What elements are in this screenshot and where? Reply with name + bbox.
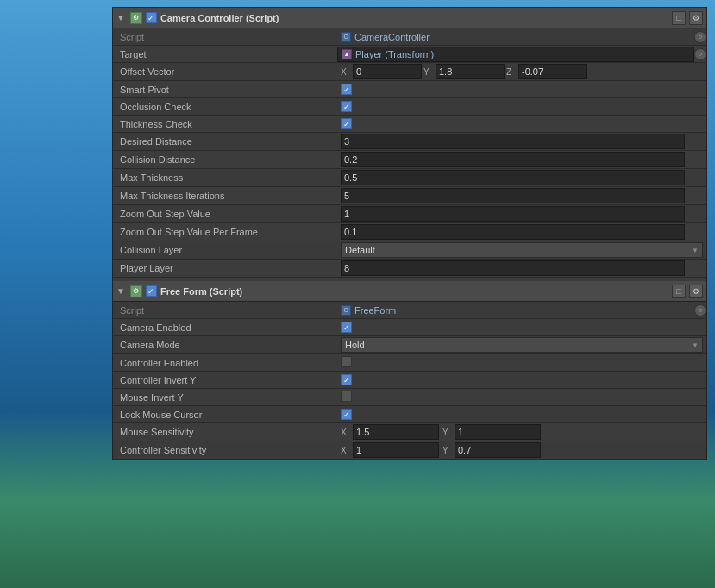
smart-pivot-value: ✓ bbox=[337, 83, 706, 97]
controller-sensitivity-row: Controller Sensitivity X Y bbox=[113, 441, 706, 460]
mouse-sensitivity-label: Mouse Sensitivity bbox=[113, 425, 337, 439]
settings-icon-btn[interactable]: ⚙ bbox=[689, 11, 703, 25]
zoom-out-per-frame-input[interactable] bbox=[341, 224, 685, 240]
target-field[interactable]: ▲ Player (Transform) bbox=[337, 47, 694, 62]
smart-pivot-row: Smart Pivot ✓ bbox=[113, 81, 706, 98]
offset-z-input[interactable] bbox=[518, 64, 587, 79]
max-thickness-iter-input[interactable] bbox=[341, 188, 685, 203]
free-form-script-circle-btn[interactable]: ○ bbox=[694, 304, 706, 316]
collision-distance-value bbox=[337, 151, 706, 168]
free-form-component: ▼ ⚙ ✓ Free Form (Script) □ ⚙ Script C Fr… bbox=[113, 281, 706, 460]
free-form-component-icon: ⚙ bbox=[130, 285, 142, 297]
controller-invert-y-row: Controller Invert Y ✓ bbox=[113, 372, 706, 389]
target-value: Player (Transform) bbox=[355, 49, 434, 59]
offset-vector-value: X Y Z bbox=[337, 63, 706, 80]
mouse-invert-y-checkbox[interactable] bbox=[341, 391, 352, 402]
reference-icon-btn[interactable]: □ bbox=[672, 11, 686, 25]
collision-layer-dropdown[interactable]: Default ▼ bbox=[341, 242, 703, 258]
camera-mode-dropdown[interactable]: Hold ▼ bbox=[341, 337, 703, 353]
camera-mode-row: Camera Mode Hold ▼ bbox=[113, 336, 706, 354]
free-form-enabled-checkbox[interactable]: ✓ bbox=[146, 285, 157, 297]
max-thickness-iter-row: Max Thickness Iterations bbox=[113, 187, 706, 205]
controller-invert-y-label: Controller Invert Y bbox=[113, 373, 337, 387]
component-icon: ⚙ bbox=[130, 12, 142, 24]
zoom-out-step-label: Zoom Out Step Value bbox=[113, 207, 337, 221]
controller-sensitivity-x-label: X bbox=[341, 446, 351, 455]
controller-sensitivity-y-label: Y bbox=[442, 446, 453, 455]
desired-distance-input[interactable] bbox=[341, 134, 685, 149]
inspector-panel: ▼ ⚙ ✓ Camera Controller (Script) □ ⚙ Scr… bbox=[112, 7, 707, 460]
zoom-out-per-frame-row: Zoom Out Step Value Per Frame bbox=[113, 223, 706, 241]
script-circle-btn[interactable]: ○ bbox=[694, 31, 706, 43]
camera-controller-header: ▼ ⚙ ✓ Camera Controller (Script) □ ⚙ bbox=[113, 8, 706, 28]
camera-controller-component: ▼ ⚙ ✓ Camera Controller (Script) □ ⚙ Scr… bbox=[113, 8, 706, 278]
free-form-script-label: Script bbox=[113, 303, 337, 317]
collapse-triangle[interactable]: ▼ bbox=[116, 13, 125, 22]
header-icons: □ ⚙ bbox=[672, 11, 703, 25]
controller-enabled-value bbox=[337, 355, 706, 370]
mouse-invert-y-row: Mouse Invert Y bbox=[113, 389, 706, 406]
thickness-check-checkbox[interactable]: ✓ bbox=[341, 118, 352, 129]
target-label: Target bbox=[113, 47, 337, 61]
mouse-invert-y-value bbox=[337, 390, 706, 404]
camera-mode-label: Camera Mode bbox=[113, 338, 337, 352]
controller-sensitivity-y-input[interactable] bbox=[455, 442, 541, 458]
lock-mouse-cursor-value: ✓ bbox=[337, 408, 706, 422]
controller-sensitivity-y-pair: Y bbox=[442, 442, 541, 458]
max-thickness-iter-label: Max Thickness Iterations bbox=[113, 189, 337, 203]
occlusion-check-checkbox[interactable]: ✓ bbox=[341, 101, 352, 112]
component-enabled-checkbox[interactable]: ✓ bbox=[146, 12, 157, 23]
script-label: Script bbox=[113, 30, 337, 44]
offset-vector-label: Offset Vector bbox=[113, 65, 337, 78]
offset-x-input[interactable] bbox=[353, 64, 422, 79]
occlusion-check-label: Occlusion Check bbox=[113, 100, 337, 114]
zoom-out-step-row: Zoom Out Step Value bbox=[113, 205, 706, 223]
offset-vector-row: Offset Vector X Y Z bbox=[113, 63, 706, 81]
lock-mouse-cursor-row: Lock Mouse Cursor ✓ bbox=[113, 406, 706, 423]
desired-distance-value bbox=[337, 133, 706, 150]
max-thickness-value bbox=[337, 169, 706, 186]
xyz-row: X Y Z bbox=[341, 64, 703, 79]
script-value: C CameraController bbox=[337, 31, 694, 43]
x-label: X bbox=[341, 67, 351, 77]
mouse-sensitivity-x-input[interactable] bbox=[353, 424, 439, 440]
offset-y-input[interactable] bbox=[436, 64, 505, 79]
zoom-out-step-input[interactable] bbox=[341, 206, 685, 222]
controller-sensitivity-xy-row: X Y bbox=[341, 442, 703, 458]
player-layer-input[interactable] bbox=[341, 260, 685, 276]
free-form-reference-icon-btn[interactable]: □ bbox=[672, 285, 686, 298]
zoom-out-per-frame-value bbox=[337, 223, 706, 241]
controller-invert-y-value: ✓ bbox=[337, 373, 706, 387]
max-thickness-iter-value bbox=[337, 187, 706, 204]
free-form-settings-icon-btn[interactable]: ⚙ bbox=[689, 285, 703, 298]
free-form-script-row: Script C FreeForm ○ bbox=[113, 302, 706, 319]
controller-enabled-checkbox[interactable] bbox=[341, 356, 352, 367]
mouse-sensitivity-y-pair: Y bbox=[442, 424, 541, 440]
max-thickness-row: Max Thickness bbox=[113, 169, 706, 187]
y-label: Y bbox=[423, 67, 434, 77]
mouse-sensitivity-y-input[interactable] bbox=[455, 424, 541, 440]
free-form-header: ▼ ⚙ ✓ Free Form (Script) □ ⚙ bbox=[113, 281, 706, 302]
dropdown-arrow-icon: ▼ bbox=[692, 247, 699, 254]
target-icon: ▲ bbox=[342, 49, 352, 59]
player-layer-label: Player Layer bbox=[113, 261, 337, 275]
target-circle-btn[interactable]: ○ bbox=[694, 48, 706, 60]
zoom-out-per-frame-label: Zoom Out Step Value Per Frame bbox=[113, 225, 337, 239]
controller-invert-y-checkbox[interactable]: ✓ bbox=[341, 374, 352, 385]
smart-pivot-checkbox[interactable]: ✓ bbox=[341, 84, 352, 95]
camera-mode-dropdown-arrow-icon: ▼ bbox=[692, 341, 699, 349]
max-thickness-input[interactable] bbox=[341, 170, 685, 185]
collision-distance-input[interactable] bbox=[341, 152, 685, 167]
lock-mouse-cursor-checkbox[interactable]: ✓ bbox=[341, 409, 352, 420]
camera-enabled-checkbox[interactable]: ✓ bbox=[341, 322, 352, 333]
controller-sensitivity-x-input[interactable] bbox=[353, 442, 439, 458]
controller-enabled-row: Controller Enabled bbox=[113, 354, 706, 372]
collision-layer-text: Default bbox=[345, 245, 375, 255]
collision-distance-label: Collision Distance bbox=[113, 153, 337, 166]
smart-pivot-label: Smart Pivot bbox=[113, 83, 337, 97]
lock-mouse-cursor-label: Lock Mouse Cursor bbox=[113, 408, 337, 422]
thickness-check-value: ✓ bbox=[337, 117, 706, 131]
camera-enabled-row: Camera Enabled ✓ bbox=[113, 319, 706, 336]
collision-distance-row: Collision Distance bbox=[113, 151, 706, 169]
free-form-collapse-triangle[interactable]: ▼ bbox=[116, 286, 125, 296]
